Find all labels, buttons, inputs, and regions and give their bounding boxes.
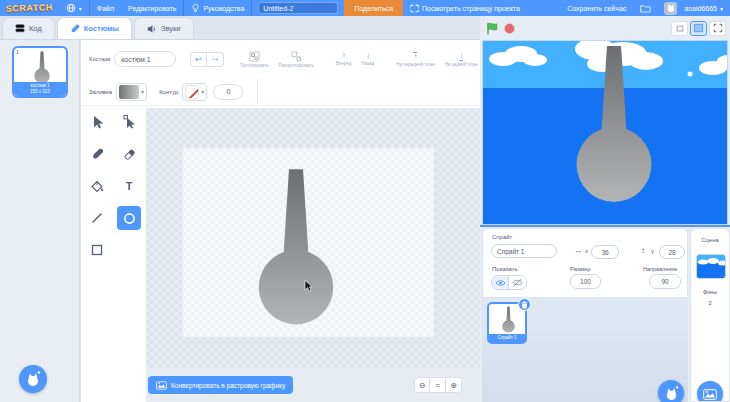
- x-axis-icon: ↔: [574, 246, 582, 255]
- mini-clouds: [697, 257, 726, 269]
- sprite-x-input[interactable]: 36: [591, 245, 619, 259]
- zoom-in-icon: ⊕: [450, 381, 457, 390]
- costume-item-selected[interactable]: 1 костюм 1 153 x 313: [12, 46, 68, 98]
- sprite-size-input[interactable]: 100: [570, 274, 601, 289]
- show-label: Показать: [492, 266, 518, 272]
- menu-tutorials[interactable]: Руководства: [184, 0, 251, 16]
- sprite-card-name: Спрайт 1: [489, 334, 525, 342]
- outline-width-input[interactable]: [213, 84, 243, 100]
- add-costume-button[interactable]: [19, 365, 47, 393]
- line-icon: [91, 212, 103, 224]
- add-sprite-button[interactable]: [658, 380, 684, 402]
- stage[interactable]: [482, 40, 728, 225]
- sprite-on-stage[interactable]: [575, 43, 653, 204]
- ungroup-button[interactable]: Разгруппировать: [279, 51, 314, 68]
- account-menu[interactable]: anaid6665 ▾: [677, 0, 730, 16]
- sprite-direction-input[interactable]: 90: [649, 274, 681, 289]
- rectangle-tool[interactable]: [85, 238, 109, 262]
- circle-tool[interactable]: [117, 206, 141, 230]
- globe-icon: [66, 3, 76, 13]
- spoon-drawing[interactable]: [257, 167, 335, 326]
- backdrop-thumbnail[interactable]: [696, 254, 726, 279]
- folder-icon: [640, 4, 651, 13]
- eye-slash-icon: [512, 278, 523, 287]
- cat-add-icon: [25, 371, 41, 387]
- undo-button[interactable]: ↩: [190, 52, 207, 67]
- delete-sprite-button[interactable]: [518, 298, 531, 311]
- convert-to-bitmap-button[interactable]: Конвертировать в растровую графику: [148, 376, 293, 394]
- show-sprite-button[interactable]: [492, 276, 509, 289]
- stage-pane[interactable]: Сцена Фоны 2: [690, 228, 730, 402]
- layer-back-button[interactable]: ↓ На задний план: [445, 52, 478, 67]
- text-tool[interactable]: T: [117, 174, 141, 198]
- stop-button[interactable]: [501, 20, 518, 36]
- normal-stage-icon: [693, 23, 704, 33]
- sprite-y-input[interactable]: 28: [659, 245, 685, 259]
- costume-name-input[interactable]: [114, 51, 176, 67]
- costume-thumbnail-spoon: [34, 51, 50, 84]
- normal-stage-button[interactable]: [690, 21, 707, 36]
- project-title-input[interactable]: [258, 2, 338, 14]
- brush-tool-icon: [91, 148, 104, 161]
- stage-controls: [480, 16, 730, 40]
- sprite-title: Спрайт: [492, 234, 512, 240]
- outline-swatch: [185, 85, 199, 99]
- my-stuff-button[interactable]: [633, 0, 658, 16]
- add-backdrop-button[interactable]: [697, 381, 723, 402]
- arrow-down-icon: ↓: [366, 52, 370, 60]
- select-arrow-icon: [91, 115, 104, 129]
- small-stage-button[interactable]: [671, 21, 688, 36]
- language-selector[interactable]: ▾: [59, 0, 89, 16]
- stop-sign-icon: [504, 23, 515, 34]
- layer-front-button[interactable]: ↑ На передний план: [396, 52, 434, 67]
- paint-bottom-bar: Конвертировать в растровую графику ⊖ = ⊕: [146, 368, 480, 402]
- fill-tool[interactable]: [85, 174, 109, 198]
- sprite-thumbnail-spoon: [502, 306, 515, 333]
- size-label: Размер: [570, 266, 591, 272]
- share-button[interactable]: Поделиться: [344, 0, 403, 16]
- green-flag-button[interactable]: [484, 20, 501, 36]
- line-tool[interactable]: [85, 206, 109, 230]
- sprite-list: Спрайт 1: [482, 298, 688, 402]
- sprite-item-selected[interactable]: Спрайт 1: [487, 302, 527, 344]
- hide-sprite-button[interactable]: [509, 276, 526, 289]
- caret-down-icon: ▾: [201, 88, 204, 95]
- fill-color-picker[interactable]: ▾: [116, 83, 147, 101]
- zoom-reset-button[interactable]: =: [430, 377, 446, 393]
- zoom-out-button[interactable]: ⊖: [414, 377, 430, 393]
- tab-bar: Код Костюмы Звуки: [0, 16, 480, 40]
- eraser-tool[interactable]: [117, 142, 141, 166]
- cat-add-icon: [664, 386, 679, 401]
- reshape-tool[interactable]: [117, 110, 141, 134]
- scratch-editor: SCRATCH ▾ Файл Редактировать Руководства…: [0, 0, 730, 402]
- circle-icon: [123, 212, 136, 225]
- zoom-in-button[interactable]: ⊕: [446, 377, 462, 393]
- brush-tool[interactable]: [85, 142, 109, 166]
- paint-bucket-icon: [91, 180, 104, 193]
- fill-label: Заливка: [89, 89, 112, 95]
- fill-swatch: [119, 85, 139, 99]
- project-page-button[interactable]: Посмотреть страницу проекта: [403, 0, 527, 16]
- fullscreen-button[interactable]: [709, 21, 726, 36]
- menu-edit[interactable]: Редактировать: [121, 0, 183, 16]
- group-button[interactable]: Группировать: [240, 51, 268, 68]
- menu-bar: SCRATCH ▾ Файл Редактировать Руководства…: [0, 0, 730, 16]
- select-tool[interactable]: [85, 110, 109, 134]
- sprite-name-input[interactable]: [491, 244, 557, 258]
- layer-backward-button[interactable]: ↓ Назад: [361, 52, 374, 66]
- rectangle-icon: [91, 244, 103, 256]
- paint-canvas[interactable]: [146, 108, 480, 368]
- menu-file[interactable]: Файл: [90, 0, 121, 16]
- caret-down-icon: ▾: [79, 5, 82, 12]
- redo-button[interactable]: ↪: [207, 52, 224, 67]
- brush-icon: [70, 24, 80, 34]
- tab-costumes[interactable]: Костюмы: [57, 17, 132, 39]
- costume-size: 153 x 313: [14, 89, 66, 95]
- save-now-button[interactable]: Сохранить сейчас: [560, 0, 633, 16]
- layer-forward-button[interactable]: ↑ Вперёд: [336, 52, 352, 66]
- tab-code[interactable]: Код: [2, 17, 55, 39]
- scratch-logo[interactable]: SCRATCH: [0, 2, 59, 14]
- outline-color-picker[interactable]: ▾: [182, 83, 207, 101]
- tab-sounds[interactable]: Звуки: [134, 17, 194, 39]
- avatar[interactable]: [664, 2, 677, 15]
